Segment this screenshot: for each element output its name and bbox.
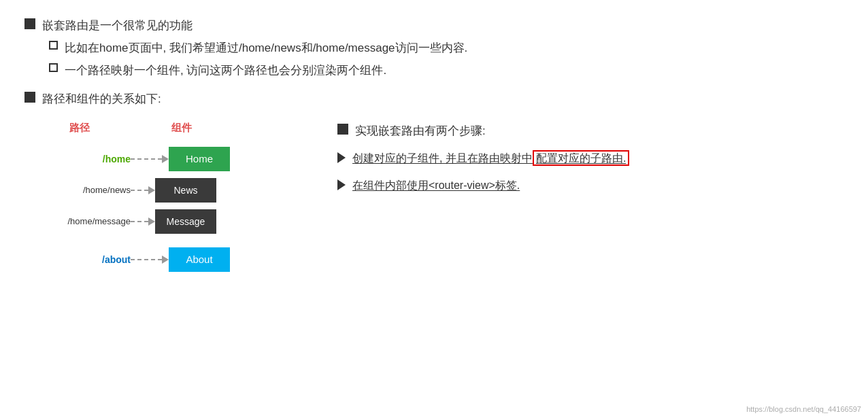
component-about: About (169, 247, 230, 272)
component-column-label: 组件 (171, 122, 192, 135)
arrow-triangle-icon (337, 179, 346, 190)
path-about: /about (49, 254, 131, 265)
dotted-line (131, 190, 148, 191)
square-icon (24, 92, 35, 103)
arrow-triangle-icon (337, 152, 346, 163)
component-message: Message (155, 209, 216, 234)
diagram-column-labels: 路径 组件 (49, 122, 317, 135)
route-diagram: 路径 组件 /home Home /home/news News /home/m… (24, 122, 317, 279)
sub-text-1b: 一个路径映射一个组件, 访问这两个路径也会分别渲染两个组件. (65, 61, 386, 80)
main-text-2: 路径和组件的关系如下: (42, 90, 161, 108)
step-1-text: 创建对应的子组件, 并且在路由映射中配置对应的子路由. (352, 150, 629, 167)
arrow-head (148, 217, 155, 226)
sub-bullet-1b: 一个路径映射一个组件, 访问这两个路径也会分别渲染两个组件. (49, 61, 844, 80)
main-bullet-1: 嵌套路由是一个很常见的功能 (24, 16, 844, 35)
step-2-bullet: 在组件内部使用<router-view>标签. (337, 177, 844, 194)
rect-icon (49, 63, 58, 72)
right-panel: 实现嵌套路由有两个步骤: 创建对应的子组件, 并且在路由映射中配置对应的子路由.… (317, 122, 844, 203)
step-1-highlighted: 配置对应的子路由. (533, 150, 629, 166)
path-message: /home/message (54, 216, 131, 226)
main-bullet-2: 路径和组件的关系如下: (24, 90, 844, 108)
dotted-line (131, 259, 162, 260)
diagram-row-about: /about About (49, 247, 317, 272)
step-2-text: 在组件内部使用<router-view>标签. (352, 177, 520, 194)
path-news: /home/news (63, 185, 131, 195)
arrow-head (148, 186, 155, 194)
square-icon (24, 18, 35, 29)
dotted-line (131, 158, 162, 160)
arrow-head (162, 155, 169, 163)
component-home: Home (169, 147, 230, 171)
dotted-line (131, 221, 148, 222)
sub-bullet-1a: 比如在home页面中, 我们希望通过/home/news和/home/messa… (49, 39, 844, 57)
diagram-row-home: /home Home (49, 147, 317, 171)
main-text-1: 嵌套路由是一个很常见的功能 (42, 16, 193, 35)
arrow-about (131, 256, 169, 264)
arrow-news (131, 186, 155, 194)
square-icon (337, 124, 348, 135)
sub-text-1a: 比如在home页面中, 我们希望通过/home/news和/home/messa… (65, 39, 467, 57)
arrow-message (131, 217, 155, 226)
watermark: https://blog.csdn.net/qq_44166597 (746, 405, 861, 413)
steps-title: 实现嵌套路由有两个步骤: (355, 122, 486, 140)
arrow-home (131, 155, 169, 163)
component-news: News (155, 178, 216, 203)
rect-icon (49, 41, 58, 50)
step-1-pre: 创建对应的子组件, 并且在路由映射中 (352, 152, 533, 164)
steps-title-bullet: 实现嵌套路由有两个步骤: (337, 122, 844, 140)
diagram-row-message: /home/message Message (54, 209, 317, 234)
path-home: /home (49, 154, 131, 164)
step-1-bullet: 创建对应的子组件, 并且在路由映射中配置对应的子路由. (337, 150, 844, 167)
path-column-label: 路径 (69, 122, 90, 135)
arrow-head (162, 256, 169, 264)
content-row: 路径 组件 /home Home /home/news News /home/m… (24, 122, 844, 279)
diagram-row-news: /home/news News (63, 178, 317, 203)
